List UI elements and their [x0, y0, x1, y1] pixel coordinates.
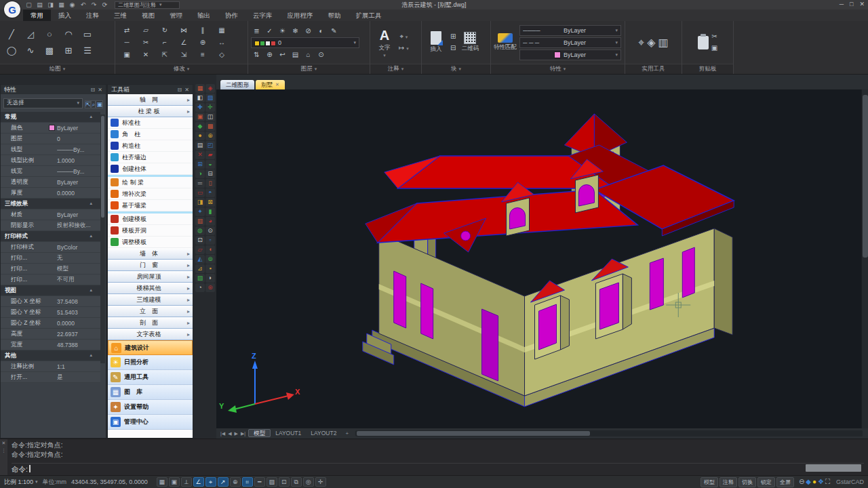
status-toggle-icon[interactable]: ⌖: [205, 477, 216, 487]
app-logo-button[interactable]: G: [4, 1, 20, 18]
panel-label-utilities[interactable]: 实用工具: [625, 64, 682, 74]
toolbar-icon[interactable]: ▧: [195, 274, 205, 283]
panel-label-properties[interactable]: 特性▾: [491, 64, 625, 74]
ribbon-tab[interactable]: 帮助: [321, 9, 349, 21]
toolbar-icon[interactable]: ✛: [205, 103, 215, 112]
status-toggle-icon[interactable]: ⌗: [242, 477, 253, 487]
modify-tool-icon[interactable]: ◇: [213, 49, 231, 60]
toolbar-icon[interactable]: ●: [195, 131, 205, 140]
toolbox-item[interactable]: 柱 梁 板: [108, 106, 193, 117]
toolbar-icon[interactable]: ◨: [195, 198, 205, 207]
draw-tool-icon[interactable]: ◠: [60, 27, 77, 42]
match-properties-button[interactable]: 特性匹配: [494, 33, 517, 52]
layout-nav-button[interactable]: ◀: [226, 431, 233, 436]
toolbox-item[interactable]: ▦ 图 库: [108, 385, 193, 400]
property-row[interactable]: 阴影显示 投射和接收...: [1, 220, 100, 231]
toolbox-item[interactable]: 立 面: [108, 306, 193, 317]
qat-icon[interactable]: ⟳: [100, 1, 109, 9]
insert-block-button[interactable]: 插入: [425, 31, 448, 54]
modify-tool-icon[interactable]: ⊕: [194, 37, 212, 48]
modify-tool-icon[interactable]: ∥: [194, 25, 212, 36]
toolbox-item[interactable]: 楼梯其他: [108, 283, 193, 294]
toolbox-item[interactable]: 调整楼板: [108, 237, 193, 248]
ribbon-tab[interactable]: 云字库: [245, 9, 280, 21]
property-row[interactable]: 透明度 ByLayer: [1, 177, 100, 188]
panel-label-modify[interactable]: 修改▾: [115, 64, 248, 74]
utility-tool-icon[interactable]: ⌖: [638, 35, 644, 50]
layer-tool-icon[interactable]: ◐: [315, 26, 327, 36]
qat-icon[interactable]: ◨: [46, 1, 55, 9]
toolbox-item[interactable]: 构造柱: [108, 140, 193, 152]
toolbar-icon[interactable]: ⊠: [205, 198, 215, 207]
property-row[interactable]: 线型比例 1.0000: [1, 155, 100, 166]
toolbar-icon[interactable]: ⊞: [195, 160, 205, 169]
draw-tool-icon[interactable]: ◿: [22, 27, 39, 42]
draw-tool-icon[interactable]: ▩: [41, 43, 58, 58]
panel-label-layer[interactable]: 图层▾: [248, 64, 370, 74]
ribbon-tab[interactable]: 视图: [134, 9, 162, 21]
status-icon[interactable]: ❖: [818, 477, 824, 487]
layer-dropdown[interactable]: 0 ▾: [251, 37, 359, 48]
property-row[interactable]: 打开... 是: [1, 372, 100, 383]
toolbar-icon[interactable]: ▦: [195, 84, 205, 93]
status-icon[interactable]: ⛶: [825, 477, 830, 487]
toolbar-icon[interactable]: ⊟: [205, 169, 215, 178]
draw-tool-icon[interactable]: ◯: [3, 43, 20, 58]
qat-icon[interactable]: ▢: [24, 1, 33, 9]
modify-tool-icon[interactable]: ⇱: [156, 49, 174, 60]
toolbar-icon[interactable]: ═: [195, 179, 205, 188]
status-button[interactable]: 全屏: [776, 477, 794, 487]
panel-label-block[interactable]: 块▾: [422, 64, 490, 74]
toolbar-icon[interactable]: ⊛: [205, 283, 215, 292]
drag-grip-icon[interactable]: ⋮: [1, 448, 6, 453]
file-tab-close-icon[interactable]: ✕: [275, 80, 279, 89]
close-button[interactable]: ✕: [859, 1, 865, 7]
toolbar-icon[interactable]: ▪: [205, 264, 215, 273]
toolbox-item[interactable]: 轴 网: [108, 94, 193, 106]
toolbar-icon[interactable]: ▨: [205, 94, 215, 102]
property-row[interactable]: 圆心 X 坐标 37.5408: [1, 296, 100, 307]
ribbon-tab[interactable]: 插入: [51, 9, 79, 21]
property-row[interactable]: 圆心 Z 坐标 0.0000: [1, 318, 100, 329]
command-close-icon[interactable]: ✕: [2, 441, 6, 446]
modify-tool-icon[interactable]: ↻: [156, 25, 174, 36]
toolbar-icon[interactable]: ▱: [195, 245, 205, 254]
layout-nav-button[interactable]: |◀: [219, 431, 226, 436]
toolbox-item[interactable]: 增补次梁: [108, 188, 193, 200]
toolbox-item[interactable]: 角 柱: [108, 129, 193, 140]
property-dropdown[interactable]: ─ ─ ─ ByLayer ▾: [519, 37, 621, 48]
property-row[interactable]: 打印... 无: [1, 253, 100, 264]
property-row[interactable]: 线宽 ────By...: [1, 166, 100, 177]
utility-tool-icon[interactable]: ▥: [658, 35, 669, 50]
property-row[interactable]: 常规: [1, 112, 100, 123]
ribbon-tab[interactable]: 协作: [218, 9, 245, 21]
toolbar-icon[interactable]: ▮: [205, 207, 215, 216]
property-row[interactable]: 三维效果: [1, 199, 100, 209]
status-button[interactable]: 锁定: [757, 477, 775, 487]
property-dropdown[interactable]: ByLayer ▾: [519, 49, 621, 60]
modify-tool-icon[interactable]: ⇲: [175, 49, 193, 60]
toolbar-icon[interactable]: ✦: [195, 207, 205, 216]
status-toggle-icon[interactable]: ━: [254, 477, 265, 487]
property-row[interactable]: 圆心 Y 坐标 51.5403: [1, 307, 100, 318]
toolbox-item[interactable]: 三维建模: [108, 294, 193, 306]
status-button[interactable]: 模型: [701, 477, 718, 487]
toolbox-item[interactable]: 创建柱体: [108, 163, 193, 175]
toolbar-icon[interactable]: ▫: [205, 236, 215, 245]
properties-scrollbar[interactable]: [100, 115, 105, 363]
status-toggle-icon[interactable]: ▣: [169, 477, 180, 487]
status-toggle-icon[interactable]: ⊕: [230, 477, 241, 487]
layer-tool-icon[interactable]: ✓: [264, 26, 275, 36]
toolbox-item[interactable]: 柱齐墙边: [108, 152, 193, 163]
block-tool-icon[interactable]: ⊟: [450, 43, 456, 53]
layer-tool-icon[interactable]: ↩: [277, 49, 288, 60]
qat-icon[interactable]: ▤: [35, 1, 44, 9]
toolbar-icon[interactable]: ◓: [205, 188, 215, 197]
minimize-button[interactable]: ─: [840, 1, 844, 7]
panel-label-annotate[interactable]: 注释▾: [370, 64, 421, 74]
maximize-button[interactable]: □: [850, 1, 853, 7]
palette-close-button[interactable]: ✕: [184, 87, 189, 93]
layout-tab[interactable]: 模型: [248, 429, 271, 437]
toolbox-item[interactable]: 创建楼板: [108, 214, 193, 225]
draw-tool-icon[interactable]: ∿: [22, 43, 39, 58]
